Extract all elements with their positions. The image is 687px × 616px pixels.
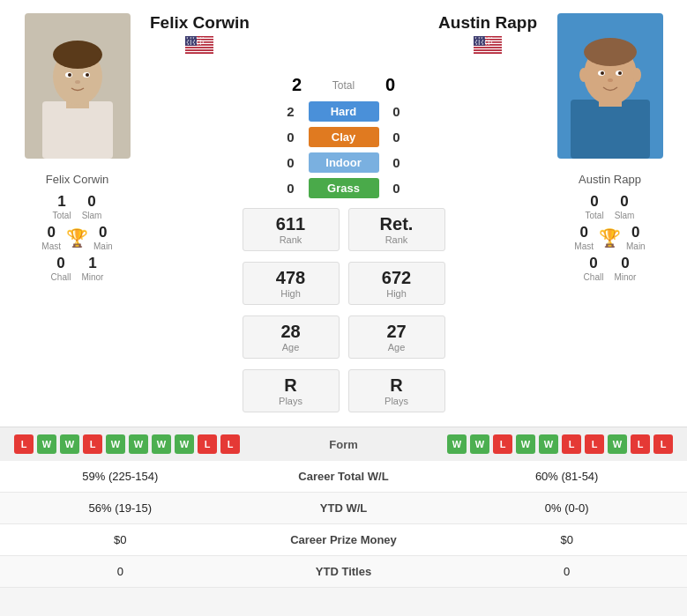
total-score-row: 2 Total 0 xyxy=(150,75,537,95)
right-player-photo xyxy=(557,13,663,159)
hard-score-left: 2 xyxy=(282,104,300,119)
left-trophy-icon: 🏆 xyxy=(66,227,88,249)
left-flag: ★ ★ ★ ★ ★ ★ ★ ★ ★ ★ ★ ★ ★ ★ ★ ★ ★ ★ ★ ★ … xyxy=(185,36,213,57)
right-minor-stat: 0 Minor xyxy=(614,255,636,282)
right-mast-stat: 0 Mast xyxy=(574,224,594,251)
svg-rect-36 xyxy=(474,47,502,48)
left-form-badges: LWWLWWWWLL xyxy=(14,434,240,454)
form-badge-right: L xyxy=(585,434,604,454)
left-total-stat: 1 Total xyxy=(53,193,71,220)
indoor-score-left: 0 xyxy=(282,155,300,170)
svg-point-4 xyxy=(53,41,102,69)
indoor-score-row: 0 Indoor 0 xyxy=(150,152,537,173)
stats-cell-center: Career Prize Money xyxy=(241,524,447,556)
indoor-surface-btn[interactable]: Indoor xyxy=(309,152,379,173)
stats-cell-left: 56% (19-15) xyxy=(0,493,241,524)
stats-table: 59% (225-154) Career Total W/L 60% (81-5… xyxy=(0,461,687,588)
right-player-column: Austin Rapp 0 Total 0 Slam 0 Mast 🏆 xyxy=(537,13,683,418)
form-badge-right: L xyxy=(653,434,673,454)
svg-rect-17 xyxy=(185,46,213,48)
clay-score-right: 0 xyxy=(388,130,406,145)
left-minor-stat: 1 Minor xyxy=(81,255,103,282)
hard-score-row: 2 Hard 0 xyxy=(150,101,537,122)
form-badge-right: L xyxy=(631,434,650,454)
left-rank-box: 611 Rank xyxy=(243,208,340,251)
stats-cell-center: YTD W/L xyxy=(241,493,447,524)
stats-cell-right: 0% (0-0) xyxy=(446,493,687,524)
hard-surface-btn[interactable]: Hard xyxy=(309,101,379,122)
form-badge-left: W xyxy=(37,434,56,454)
right-age-box: 27 Age xyxy=(348,315,445,359)
form-section: LWWLWWWWLL Form WWLWWLLWLL xyxy=(0,427,687,461)
left-player-column: Felix Corwin 1 Total 0 Slam 0 Mast 🏆 xyxy=(4,13,150,418)
left-name-header: Felix Corwin xyxy=(150,13,250,57)
left-high-box: 478 High xyxy=(243,262,340,305)
stats-cell-left: 0 xyxy=(0,556,241,588)
total-score-label: Total xyxy=(322,79,366,92)
left-stats-row2: 0 Mast 🏆 0 Main xyxy=(41,224,112,251)
form-badge-right: W xyxy=(539,434,558,454)
right-stats-row1: 0 Total 0 Slam xyxy=(586,193,635,220)
form-badge-left: L xyxy=(220,434,240,454)
left-player-name-label: Felix Corwin xyxy=(46,173,109,186)
left-player-photo xyxy=(25,13,131,159)
right-trophy-icon: 🏆 xyxy=(599,227,621,249)
grass-score-row: 0 Grass 0 xyxy=(150,178,537,198)
right-chall-stat: 0 Chall xyxy=(584,255,604,282)
clay-surface-btn[interactable]: Clay xyxy=(309,127,379,147)
svg-rect-18 xyxy=(185,47,213,48)
svg-rect-37 xyxy=(474,48,502,50)
stats-cell-right: $0 xyxy=(446,524,687,556)
grass-score-left: 0 xyxy=(282,181,300,196)
left-plays-box: R Plays xyxy=(243,369,340,412)
svg-rect-19 xyxy=(185,48,213,50)
svg-text:★ ★ ★ ★ ★: ★ ★ ★ ★ ★ xyxy=(187,42,203,46)
form-badge-left: L xyxy=(198,434,217,454)
svg-point-7 xyxy=(68,73,71,77)
right-total-stat: 0 Total xyxy=(586,193,604,220)
right-stats-row3: 0 Chall 0 Minor xyxy=(584,255,637,282)
form-badge-right: W xyxy=(608,434,627,454)
form-badge-left: L xyxy=(14,434,34,454)
main-container: Felix Corwin 1 Total 0 Slam 0 Mast 🏆 xyxy=(0,0,687,588)
svg-rect-22 xyxy=(185,52,213,54)
left-stats-row3: 0 Chall 1 Minor xyxy=(51,255,104,282)
center-column: Felix Corwin xyxy=(150,13,537,418)
grass-score-right: 0 xyxy=(388,181,406,196)
right-form-badges: WWLWWLLWLL xyxy=(447,434,673,454)
stats-row: 0 YTD Titles 0 xyxy=(0,556,687,588)
stats-cell-right: 0 xyxy=(446,556,687,588)
right-stats-row2: 0 Mast 🏆 0 Main xyxy=(574,224,645,251)
right-player-name-label: Austin Rapp xyxy=(579,173,641,186)
right-name-header: Austin Rapp xyxy=(438,13,537,57)
right-main-stat: 0 Main xyxy=(626,224,646,251)
svg-rect-38 xyxy=(474,49,502,51)
clay-score-left: 0 xyxy=(282,130,300,145)
form-badge-left: W xyxy=(152,434,171,454)
form-badge-right: W xyxy=(516,434,535,454)
form-badge-right: L xyxy=(562,434,581,454)
left-chall-stat: 0 Chall xyxy=(51,255,71,282)
form-badge-right: L xyxy=(493,434,512,454)
form-badge-left: W xyxy=(106,434,125,454)
left-age-box: 28 Age xyxy=(243,315,340,359)
svg-point-9 xyxy=(75,80,80,84)
form-badge-left: W xyxy=(175,434,194,454)
svg-rect-1 xyxy=(42,101,113,159)
form-badge-right: W xyxy=(447,434,467,454)
svg-rect-20 xyxy=(185,49,213,51)
svg-rect-35 xyxy=(474,46,502,48)
stats-cell-left: 59% (225-154) xyxy=(0,461,241,493)
svg-rect-39 xyxy=(474,51,502,53)
left-main-stat: 0 Main xyxy=(93,224,113,251)
svg-point-50 xyxy=(584,38,637,66)
right-slam-stat: 0 Slam xyxy=(615,193,635,220)
stats-row: 56% (19-15) YTD W/L 0% (0-0) xyxy=(0,493,687,524)
grass-surface-btn[interactable]: Grass xyxy=(309,178,379,198)
total-score-right: 0 xyxy=(380,75,401,95)
form-badge-left: W xyxy=(129,434,148,454)
stats-cell-center: YTD Titles xyxy=(241,556,447,588)
total-score-left: 2 xyxy=(287,75,308,95)
form-badge-left: W xyxy=(60,434,79,454)
form-badge-right: W xyxy=(470,434,489,454)
